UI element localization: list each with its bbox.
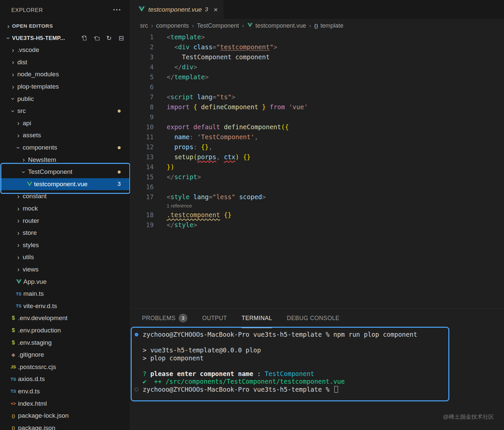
tree-item-label: env.d.ts	[18, 388, 40, 395]
code-text	[154, 112, 167, 122]
project-section-header[interactable]: › VUE3TS-H5-TEMP... ↻ ⊟	[0, 32, 130, 44]
breadcrumb-separator-icon: ›	[151, 22, 153, 29]
code-text: </div>	[154, 62, 197, 72]
line-number: 14	[131, 162, 154, 172]
breadcrumb-item-template[interactable]: {}template	[314, 22, 344, 29]
ts-file-icon: TS	[15, 291, 23, 296]
tree-item-utils[interactable]: ›utils	[0, 251, 130, 263]
tree-item-label: public	[17, 95, 34, 103]
chevron-right-icon: ›	[15, 229, 22, 237]
open-editors-section[interactable]: › OPEN EDITORS	[0, 20, 130, 32]
tree-item-label: utils	[23, 253, 34, 261]
line-number: 15	[131, 172, 154, 182]
breadcrumb-item-src[interactable]: src	[140, 22, 148, 29]
tree-item-.env.development[interactable]: $.env.development	[0, 312, 130, 324]
code-line: 7<script lang="ts">	[131, 92, 504, 102]
tree-item-testcomponent.vue[interactable]: testcomponent.vue3	[0, 178, 130, 191]
code-line: 16	[131, 182, 504, 192]
code-line: 8import { defineComponent } from 'vue'	[131, 102, 504, 112]
tab-testcomponent-vue[interactable]: testcomponent.vue 3 ×	[131, 0, 223, 19]
command-success-dot-icon	[135, 333, 143, 336]
line-number: 1	[131, 32, 154, 42]
chevron-right-icon: ›	[9, 46, 17, 54]
more-actions-icon[interactable]: ···	[113, 6, 121, 14]
env-file-icon: $	[9, 327, 17, 333]
chevron-right-icon: ›	[20, 156, 27, 164]
terminal-line: zychooo@ZYCHOOOs-MacBook-Pro vue3ts-h5-t…	[135, 331, 504, 339]
modified-dot-icon	[118, 146, 121, 149]
git-file-icon: ◆	[9, 352, 17, 357]
tree-item-env.d.ts[interactable]: TSenv.d.ts	[0, 385, 130, 398]
tree-item-label: testcomponent.vue	[34, 181, 88, 188]
panel-tab-debug-console[interactable]: DEBUG CONSOLE	[287, 309, 339, 328]
tree-item-dist[interactable]: ›dist	[0, 56, 130, 69]
code-line: 17<style lang="less" scoped>	[131, 192, 504, 202]
new-file-icon[interactable]	[81, 35, 88, 41]
chevron-right-icon: ›	[15, 241, 22, 249]
tree-item-.env.staging[interactable]: $.env.staging	[0, 336, 130, 349]
tree-item-label: App.vue	[23, 278, 47, 285]
chevron-right-icon: ›	[15, 132, 22, 139]
code-line: 9	[131, 112, 504, 122]
line-number: 6	[131, 82, 154, 92]
tree-item-app.vue[interactable]: App.vue	[0, 275, 130, 288]
line-number: 13	[131, 152, 154, 162]
codelens-reference[interactable]: 1 reference	[131, 202, 504, 210]
tree-item-node-modules[interactable]: ›node_modules	[0, 68, 130, 81]
collapse-all-icon[interactable]: ⊟	[118, 35, 125, 41]
tree-item-package-lock.json[interactable]: {}package-lock.json	[0, 410, 130, 422]
tree-item-assets[interactable]: ›assets	[0, 129, 130, 142]
modified-dot-icon	[118, 110, 121, 113]
tree-item-.postcssrc.cjs[interactable]: JS.postcssrc.cjs	[0, 361, 130, 373]
tree-item-components[interactable]: ›components	[0, 142, 130, 154]
tree-item-mock[interactable]: ›mock	[0, 203, 130, 215]
tree-item-views[interactable]: ›views	[0, 263, 130, 276]
tree-item-label: NewsItem	[28, 156, 56, 164]
panel-tab-problems[interactable]: PROBLEMS3	[142, 309, 187, 328]
tree-item-router[interactable]: ›router	[0, 215, 130, 227]
tree-item-.vscode[interactable]: ›.vscode	[0, 44, 130, 56]
refresh-icon[interactable]: ↻	[106, 35, 112, 41]
tree-item-newsitem[interactable]: ›NewsItem	[0, 154, 130, 166]
problems-badge: 3	[118, 181, 121, 188]
breadcrumb-label: template	[320, 22, 343, 29]
line-number: 16	[131, 182, 154, 192]
tree-item-.env.production[interactable]: $.env.production	[0, 324, 130, 337]
breadcrumb-separator-icon: ›	[309, 22, 311, 29]
close-icon[interactable]: ×	[214, 6, 218, 14]
tree-item-axios.d.ts[interactable]: TSaxios.d.ts	[0, 373, 130, 385]
code-line: 11 name: 'TestComponent',	[131, 132, 504, 142]
code-editor[interactable]: 1<template>2 <div class="testcomponent">…	[131, 32, 504, 230]
terminal-output[interactable]: zychooo@ZYCHOOOs-MacBook-Pro vue3ts-h5-t…	[131, 328, 504, 393]
tree-item-public[interactable]: ›public	[0, 93, 130, 105]
panel-tab-terminal[interactable]: TERMINAL	[242, 309, 272, 328]
editor-area: testcomponent.vue 3 × src›components›Tes…	[131, 0, 504, 308]
tree-item-styles[interactable]: ›styles	[0, 239, 130, 251]
tree-item-label: index.html	[18, 400, 47, 407]
tree-item-label: .env.staging	[18, 339, 52, 346]
tree-item-package.json[interactable]: {}package.json	[0, 422, 130, 430]
terminal-line: ? please enter component name : TestComp…	[135, 370, 504, 378]
tree-item-label: api	[23, 120, 31, 127]
breadcrumb-item-components[interactable]: components	[156, 22, 189, 29]
tree-item-.gitignore[interactable]: ◆.gitignore	[0, 349, 130, 361]
code-line: 1<template>	[131, 32, 504, 42]
panel-tab-output[interactable]: OUTPUT	[202, 309, 227, 328]
tree-item-testcomponent[interactable]: ›TestComponent	[0, 166, 130, 178]
code-text: <style lang="less" scoped>	[154, 192, 266, 202]
breadcrumb-item-testcomponent.vue[interactable]: testcomponent.vue	[247, 22, 306, 30]
tree-item-src[interactable]: ›src	[0, 105, 130, 117]
tree-item-constant[interactable]: ›constant	[0, 190, 130, 203]
explorer-actions: ↻ ⊟	[81, 35, 130, 41]
vue-icon	[138, 5, 145, 14]
tree-item-index.html[interactable]: <>index.html	[0, 397, 130, 410]
tree-item-vite-env.d.ts[interactable]: TSvite-env.d.ts	[0, 300, 130, 312]
new-folder-icon[interactable]	[93, 35, 100, 41]
breadcrumb-item-testcomponent[interactable]: TestComponent	[197, 22, 239, 29]
chevron-down-icon: ›	[9, 107, 17, 115]
tree-item-api[interactable]: ›api	[0, 117, 130, 130]
tab-filename: testcomponent.vue	[148, 6, 202, 13]
tree-item-plop-templates[interactable]: ›plop-templates	[0, 81, 130, 93]
tree-item-main.ts[interactable]: TSmain.ts	[0, 288, 130, 300]
tree-item-store[interactable]: ›store	[0, 227, 130, 239]
